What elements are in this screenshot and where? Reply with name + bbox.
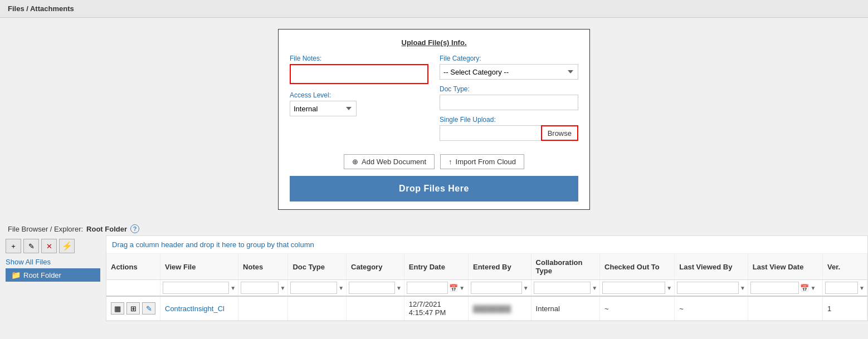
filter-view-file-icon[interactable]: ▼ (230, 285, 236, 291)
filter-collab-input[interactable] (534, 282, 591, 294)
filter-entry-date-input[interactable] (407, 282, 448, 294)
folder-icon: 📁 (11, 271, 21, 279)
filter-folder-button[interactable]: ⚡ (59, 239, 75, 253)
row-last-viewed-by: ~ (675, 296, 748, 321)
add-web-label: Add Web Document (362, 158, 426, 166)
browse-button[interactable]: Browse (541, 125, 578, 141)
view-action-button[interactable]: ▦ (111, 302, 124, 315)
root-folder-button-label: Root Folder (23, 271, 61, 279)
filter-last-viewed-icon[interactable]: ▼ (740, 285, 745, 291)
row-last-view-date (748, 296, 822, 321)
filter-collaboration-type: ▼ (531, 280, 599, 297)
file-browser-header: File Browser / Explorer: Root Folder ? (0, 219, 868, 235)
filter-checked-out-icon[interactable]: ▼ (666, 285, 672, 291)
filter-entered-by-input[interactable] (471, 282, 522, 294)
checkout-icon: ⊞ (130, 304, 136, 313)
drop-zone[interactable]: Drop Files Here (290, 176, 578, 202)
checkout-action-button[interactable]: ⊞ (126, 302, 140, 315)
filter-checked-out-input[interactable] (602, 282, 665, 294)
access-level-select[interactable]: Internal External (290, 101, 357, 116)
col-entry-date: Entry Date (404, 254, 468, 280)
view-icon: ▦ (114, 304, 121, 313)
browser-layout: + ✎ ✕ ⚡ Show All Files 📁 Root Folder Dra… (0, 235, 868, 327)
main-content: Drag a column header and drop it here to… (106, 235, 868, 321)
col-category: Category (347, 254, 404, 280)
col-view-file: View File (160, 254, 238, 280)
doc-type-input[interactable] (440, 95, 578, 110)
doc-type-group: Doc Type: (440, 85, 578, 110)
filter-doc-type-icon[interactable]: ▼ (338, 285, 344, 291)
add-web-document-button[interactable]: ⊕ Add Web Document (344, 154, 435, 169)
col-collaboration-type: CollaborationType (531, 254, 599, 280)
checked-out-value: ~ (604, 304, 609, 313)
entry-date-value: 12/7/20214:15:47 PM (409, 300, 446, 317)
upload-actions: ⊕ Add Web Document ↑ Import From Cloud (290, 154, 578, 169)
filter-last-view-date-input[interactable] (750, 282, 799, 294)
edit-action-button[interactable]: ✎ (142, 302, 155, 315)
last-viewed-by-value: ~ (679, 304, 684, 313)
root-folder-button[interactable]: 📁 Root Folder (6, 268, 100, 282)
single-file-group: Single File Upload: Browse (440, 116, 578, 141)
upload-title: Upload File(s) Info. (290, 38, 578, 47)
delete-folder-button[interactable]: ✕ (41, 239, 57, 253)
filter-ver-icon[interactable]: ▼ (859, 285, 865, 291)
root-folder-label: Root Folder (86, 225, 127, 233)
row-entered-by: ████████ (468, 296, 531, 321)
row-collaboration-type: Internal (531, 296, 599, 321)
filter-doc-type: ▼ (288, 280, 347, 297)
file-category-select[interactable]: -- Select Category -- (440, 64, 578, 80)
filter-view-file-input[interactable] (163, 282, 229, 294)
calendar-icon[interactable]: 📅 (449, 284, 458, 292)
upload-right: File Category: -- Select Category -- Doc… (440, 55, 578, 146)
row-entry-date: 12/7/20214:15:47 PM (404, 296, 468, 321)
edit-folder-button[interactable]: ✎ (23, 239, 39, 253)
row-notes (238, 296, 288, 321)
file-upload-input[interactable] (440, 125, 541, 141)
filter-actions (106, 280, 160, 297)
help-icon[interactable]: ? (130, 224, 139, 233)
col-last-view-date: Last View Date (748, 254, 822, 280)
entered-by-value: ████████ (473, 305, 511, 313)
file-link[interactable]: ContractInsight_Cl (165, 304, 225, 313)
filter-notes: ▼ (238, 280, 288, 297)
upload-box: Upload File(s) Info. File Notes: Access … (278, 29, 590, 210)
collaboration-type-value: Internal (536, 304, 560, 313)
show-all-files-link[interactable]: Show All Files (6, 258, 100, 266)
filter-notes-input[interactable] (241, 282, 279, 294)
calendar-last-view-icon[interactable]: 📅 (800, 284, 809, 292)
file-upload-row: Browse (440, 125, 578, 141)
filter-last-viewed-by: ▼ (675, 280, 748, 297)
upload-section: Upload File(s) Info. File Notes: Access … (0, 18, 868, 219)
filter-icon: ⚡ (62, 241, 72, 251)
drag-hint: Drag a column header and drop it here to… (106, 236, 867, 254)
doc-type-label: Doc Type: (440, 85, 578, 93)
filter-last-viewed-input[interactable] (677, 282, 739, 294)
files-table: Actions View File Notes Doc Type Categor… (106, 254, 867, 321)
row-view-file: ContractInsight_Cl (160, 296, 238, 321)
file-browser-label: File Browser / Explorer: (8, 225, 83, 233)
filter-entered-by-icon[interactable]: ▼ (523, 285, 529, 291)
col-doc-type: Doc Type (288, 254, 347, 280)
filter-category: ▼ (347, 280, 404, 297)
row-actions: ▦ ⊞ ✎ (106, 296, 160, 321)
filter-ver-input[interactable] (825, 282, 858, 294)
filter-doc-type-input[interactable] (290, 282, 337, 294)
file-notes-input[interactable] (290, 64, 428, 84)
filter-category-input[interactable] (349, 282, 395, 294)
col-entered-by: Entered By (468, 254, 531, 280)
filter-category-icon[interactable]: ▼ (396, 285, 402, 291)
x-icon: ✕ (46, 242, 52, 250)
table-row: ▦ ⊞ ✎ ContractInsight_Cl (106, 296, 867, 321)
page-title: Files / Attachments (0, 0, 868, 18)
filter-notes-icon[interactable]: ▼ (280, 285, 285, 291)
file-notes-label: File Notes: (290, 55, 428, 62)
filter-ver: ▼ (822, 280, 867, 297)
filter-last-view-date-icon[interactable]: ▼ (810, 285, 816, 291)
row-doc-type (288, 296, 347, 321)
import-from-cloud-button[interactable]: ↑ Import From Cloud (440, 154, 524, 169)
row-ver: 1 (822, 296, 867, 321)
add-folder-button[interactable]: + (6, 239, 21, 253)
file-category-group: File Category: -- Select Category -- (440, 55, 578, 80)
filter-entry-date-icon[interactable]: ▼ (459, 285, 465, 291)
filter-collab-icon[interactable]: ▼ (592, 285, 597, 291)
